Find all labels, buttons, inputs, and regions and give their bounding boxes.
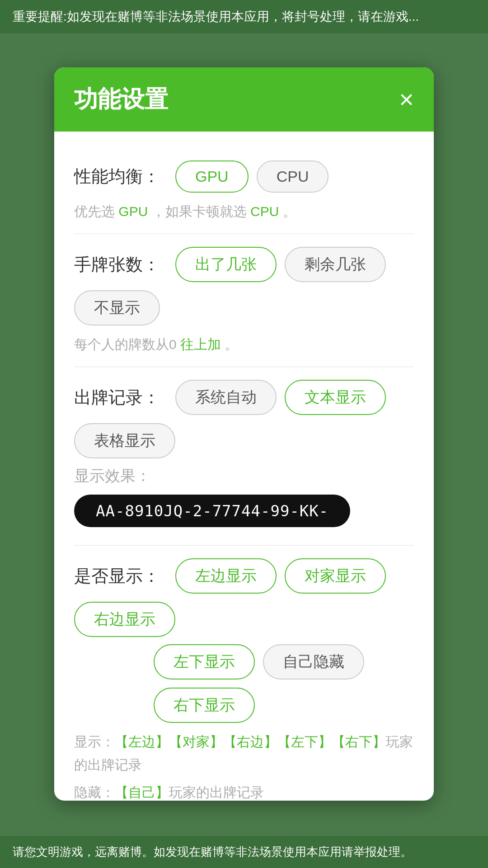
cpu-button[interactable]: CPU <box>257 160 329 193</box>
hand-cards-section: 手牌张数： 出了几张 剩余几张 不显示 每个人的牌数从0 往上加 。 <box>74 234 414 367</box>
hand-cards-row: 手牌张数： 出了几张 剩余几张 不显示 <box>74 247 414 326</box>
right-show-button[interactable]: 右边显示 <box>74 602 175 637</box>
record-table-button[interactable]: 表格显示 <box>74 423 175 458</box>
dialog-backdrop: 功能设置 × 性能均衡： GPU CPU 优先选 GPU ，如果卡顿就选 CPU… <box>0 0 488 868</box>
opposite-show-button[interactable]: 对家显示 <box>285 558 386 594</box>
record-auto-button[interactable]: 系统自动 <box>175 380 277 415</box>
card-record-section: 出牌记录： 系统自动 文本显示 表格显示 显示效果： AA-8910JQ-2-7… <box>74 367 414 546</box>
card-record-label: 出牌记录： <box>74 386 160 409</box>
dialog-title: 功能设置 <box>74 84 168 115</box>
show-hide-hint2: 隐藏：【自己】玩家的出牌记录 <box>74 781 414 801</box>
performance-hint-cpu: CPU <box>250 204 279 219</box>
bottom-left-show-button[interactable]: 左下显示 <box>154 644 255 679</box>
show-hide-row2: 左下显示 自己隐藏 右下显示 <box>154 644 414 723</box>
played-cards-button[interactable]: 出了几张 <box>175 247 277 282</box>
remain-cards-button[interactable]: 剩余几张 <box>285 247 386 282</box>
card-record-row: 出牌记录： 系统自动 文本显示 表格显示 <box>74 380 414 458</box>
hide-positions: 【自己】 <box>115 785 169 800</box>
gpu-button[interactable]: GPU <box>175 160 249 193</box>
record-text-button[interactable]: 文本显示 <box>285 380 386 415</box>
show-hide-section: 是否显示： 左边显示 对家显示 右边显示 左下显示 自己隐藏 右下显示 显示：【… <box>74 546 414 801</box>
show-hide-row: 是否显示： 左边显示 对家显示 右边显示 <box>74 558 414 637</box>
display-effect-value: AA-8910JQ-2-77744-99-KK- <box>74 495 350 527</box>
dialog-header: 功能设置 × <box>54 67 434 132</box>
left-show-button[interactable]: 左边显示 <box>175 558 277 594</box>
close-button[interactable]: × <box>399 87 414 112</box>
display-effect-row: 显示效果： AA-8910JQ-2-77744-99-KK- <box>74 466 414 527</box>
dialog-body: 性能均衡： GPU CPU 优先选 GPU ，如果卡顿就选 CPU 。 手牌张数… <box>54 132 434 801</box>
hide-cards-button[interactable]: 不显示 <box>74 290 160 326</box>
hand-cards-hint-up: 往上加 <box>180 337 221 352</box>
bottom-right-show-button[interactable]: 右下显示 <box>154 688 255 723</box>
performance-section: 性能均衡： GPU CPU 优先选 GPU ，如果卡顿就选 CPU 。 <box>74 148 414 234</box>
show-hide-label: 是否显示： <box>74 565 160 588</box>
performance-hint-gpu: GPU <box>118 204 148 219</box>
dialog: 功能设置 × 性能均衡： GPU CPU 优先选 GPU ，如果卡顿就选 CPU… <box>54 67 434 801</box>
show-positions: 【左边】【对家】【右边】【左下】【右下】 <box>115 734 386 749</box>
self-hide-button[interactable]: 自己隐藏 <box>263 644 364 679</box>
hand-cards-label: 手牌张数： <box>74 253 160 276</box>
show-hide-hint1: 显示：【左边】【对家】【右边】【左下】【右下】玩家的出牌记录 <box>74 730 414 776</box>
performance-label: 性能均衡： <box>74 165 160 188</box>
display-effect-label: 显示效果： <box>74 466 151 486</box>
performance-row: 性能均衡： GPU CPU <box>74 160 414 193</box>
hand-cards-hint: 每个人的牌数从0 往上加 。 <box>74 333 414 356</box>
performance-hint: 优先选 GPU ，如果卡顿就选 CPU 。 <box>74 200 414 223</box>
